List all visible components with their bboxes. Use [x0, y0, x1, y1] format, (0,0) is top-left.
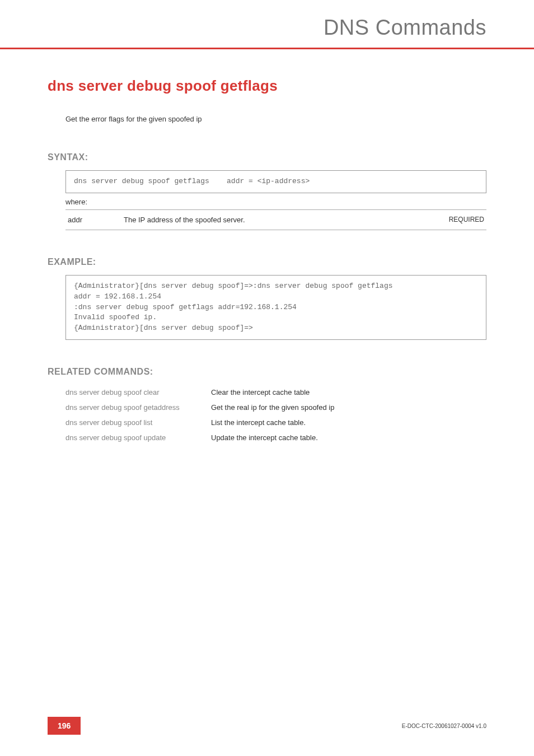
- example-section: EXAMPLE: {Administrator}[dns server debu…: [48, 257, 486, 340]
- header-title: DNS Commands: [0, 16, 486, 40]
- syntax-code: dns server debug spoof getflags addr = <…: [65, 170, 486, 193]
- example-code: {Administrator}[dns server debug spoof]=…: [65, 275, 486, 340]
- param-table: addr The IP address of the spoofed serve…: [65, 209, 486, 230]
- related-table: dns server debug spoof clear Clear the i…: [65, 385, 334, 445]
- table-row: dns server debug spoof getaddress Get th…: [65, 400, 334, 415]
- related-desc: Clear the intercept cache table: [211, 385, 334, 400]
- related-heading: RELATED COMMANDS:: [48, 367, 486, 377]
- param-required: REQUIRED: [399, 209, 486, 230]
- related-section: RELATED COMMANDS: dns server debug spoof…: [48, 367, 486, 445]
- document-id: E-DOC-CTC-20061027-0004 v1.0: [402, 723, 486, 729]
- table-row: dns server debug spoof list List the int…: [65, 415, 334, 430]
- syntax-heading: SYNTAX:: [48, 152, 486, 162]
- param-name: addr: [65, 209, 121, 230]
- related-command-link[interactable]: dns server debug spoof update: [65, 433, 211, 442]
- syntax-section: SYNTAX: dns server debug spoof getflags …: [48, 152, 486, 230]
- page-footer: 196 E-DOC-CTC-20061027-0004 v1.0: [0, 717, 534, 735]
- table-row: dns server debug spoof clear Clear the i…: [65, 385, 334, 400]
- where-label: where:: [65, 198, 486, 206]
- page-number-badge: 196: [48, 717, 81, 735]
- related-command-link[interactable]: dns server debug spoof list: [65, 418, 211, 427]
- related-desc: List the intercept cache table.: [211, 415, 334, 430]
- param-desc: The IP address of the spoofed server.: [121, 209, 399, 230]
- command-intro: Get the error flags for the given spoofe…: [65, 115, 486, 123]
- table-row: addr The IP address of the spoofed serve…: [65, 209, 486, 230]
- related-command-link[interactable]: dns server debug spoof getaddress: [65, 403, 211, 412]
- related-desc: Get the real ip for the given spoofed ip: [211, 400, 334, 415]
- page-header: DNS Commands: [0, 0, 534, 49]
- table-row: dns server debug spoof update Update the…: [65, 430, 334, 445]
- related-desc: Update the intercept cache table.: [211, 430, 334, 445]
- page-content: dns server debug spoof getflags Get the …: [0, 49, 534, 445]
- related-command-link[interactable]: dns server debug spoof clear: [65, 388, 211, 396]
- command-title: dns server debug spoof getflags: [48, 77, 486, 95]
- example-heading: EXAMPLE:: [48, 257, 486, 267]
